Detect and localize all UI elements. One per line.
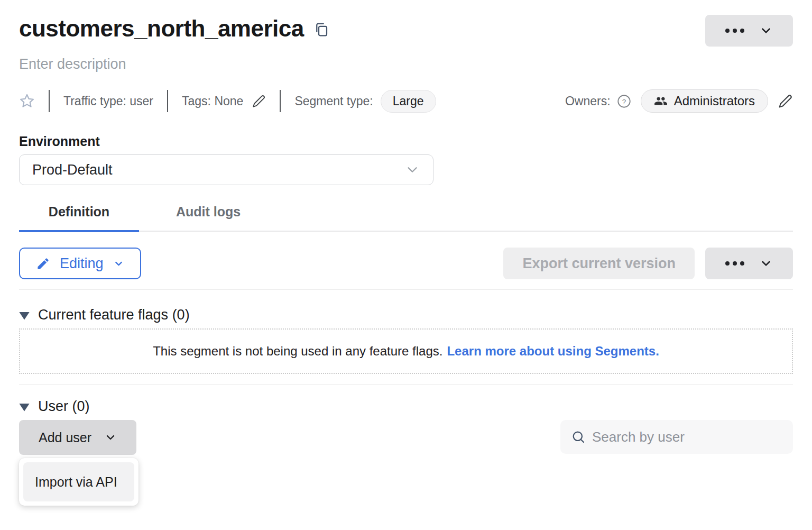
divider xyxy=(49,90,50,112)
user-row: Add user Import via API xyxy=(19,420,793,455)
star-icon[interactable] xyxy=(19,93,35,109)
segment-type-label: Segment type: xyxy=(294,94,373,108)
triangle-down-icon xyxy=(19,404,30,412)
help-icon[interactable]: ? xyxy=(617,94,631,108)
owners-label: Owners: xyxy=(565,94,611,108)
owners-value: Administrators xyxy=(674,94,755,108)
editing-label: Editing xyxy=(60,255,104,272)
description-input[interactable]: Enter description xyxy=(19,56,793,72)
edit-owners-icon[interactable] xyxy=(778,94,793,109)
add-user-wrap: Add user Import via API xyxy=(19,420,136,455)
user-section-header[interactable]: User (0) xyxy=(19,398,793,415)
chevron-down-icon xyxy=(113,258,124,269)
triangle-down-icon xyxy=(19,312,30,321)
add-user-label: Add user xyxy=(39,430,91,445)
tab-bar: Definition Audit logs xyxy=(19,204,793,232)
owners-pill[interactable]: Administrators xyxy=(641,89,768,113)
chevron-down-icon xyxy=(104,431,117,444)
feature-flags-section-header[interactable]: Current feature flags (0) xyxy=(19,307,793,323)
svg-text:?: ? xyxy=(622,97,626,105)
divider xyxy=(167,90,168,112)
toolbar: Editing Export current version xyxy=(19,248,793,279)
toolbar-more-button[interactable] xyxy=(705,248,793,279)
tab-audit-logs[interactable]: Audit logs xyxy=(139,204,278,232)
add-user-button[interactable]: Add user xyxy=(19,420,136,455)
page-title: customers_north_america xyxy=(19,15,304,43)
environment-label: Environment xyxy=(19,134,793,149)
search-box xyxy=(560,420,793,454)
chevron-down-icon xyxy=(759,24,773,38)
user-heading: User (0) xyxy=(38,398,90,415)
environment-select[interactable]: Prod-Default xyxy=(19,154,433,185)
traffic-type-label: Traffic type: user xyxy=(63,94,153,108)
search-icon xyxy=(571,430,586,444)
header-more-button[interactable] xyxy=(705,15,793,47)
editing-status-button[interactable]: Editing xyxy=(19,248,141,279)
add-user-menu: Import via API xyxy=(19,458,139,506)
learn-more-link[interactable]: Learn more about using Segments. xyxy=(447,344,659,359)
pencil-icon xyxy=(36,257,50,271)
segment-detail-page: customers_north_america Enter descriptio… xyxy=(0,0,812,530)
empty-state-text: This segment is not being used in any fe… xyxy=(153,344,442,359)
feature-flags-heading: Current feature flags (0) xyxy=(38,307,190,323)
tags-label: Tags: None xyxy=(182,94,243,108)
copy-icon[interactable] xyxy=(313,22,329,38)
group-icon xyxy=(654,94,668,108)
divider xyxy=(19,384,793,385)
segment-type-badge: Large xyxy=(381,90,436,113)
edit-tags-icon[interactable] xyxy=(252,94,266,108)
environment-selected-value: Prod-Default xyxy=(32,162,404,178)
header: customers_north_america xyxy=(19,15,793,47)
ellipsis-icon xyxy=(725,29,744,33)
tab-definition[interactable]: Definition xyxy=(19,204,139,232)
menu-item-import-via-api[interactable]: Import via API xyxy=(23,462,134,501)
search-by-user-input[interactable] xyxy=(592,429,782,445)
title-wrap: customers_north_america xyxy=(19,15,329,43)
divider xyxy=(280,90,281,112)
divider xyxy=(19,289,793,290)
feature-flags-empty-state: This segment is not being used in any fe… xyxy=(19,328,793,374)
export-current-version-button[interactable]: Export current version xyxy=(503,248,695,279)
chevron-down-icon xyxy=(759,257,773,270)
meta-row: Traffic type: user Tags: None Segment ty… xyxy=(19,89,793,113)
chevron-down-icon xyxy=(404,162,420,178)
ellipsis-icon xyxy=(725,261,744,266)
